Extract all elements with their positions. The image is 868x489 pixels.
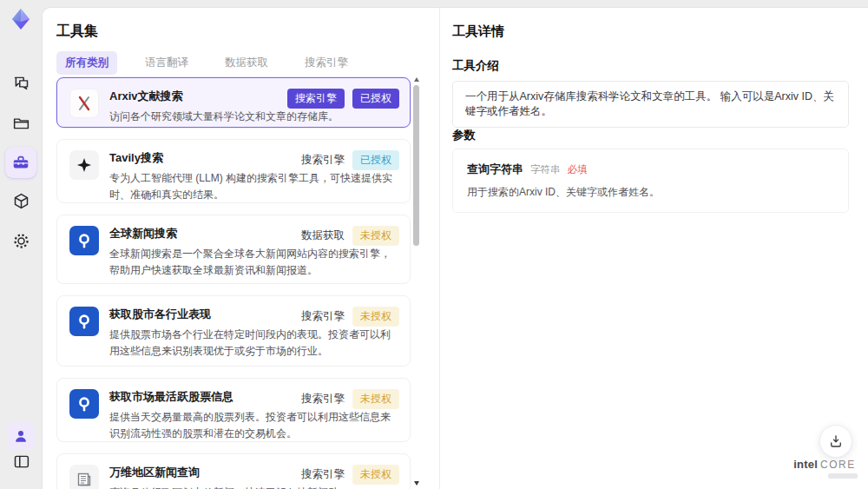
tool-card-regional-news[interactable]: 万维地区新闻查询 查询具体行政区划内的新闻，快速了解各地新闻动 搜索引擎 未授权 bbox=[56, 453, 411, 489]
tool-card-global-news[interactable]: 全球新闻搜索 全球新闻搜索是一个聚合全球各大新闻网站内容的搜索引擎，帮助用户快速… bbox=[56, 215, 411, 284]
tool-desc: 访问各个研究领域大量科学论文和文章的存储库。 bbox=[109, 109, 396, 125]
toolbox-icon bbox=[11, 153, 30, 172]
scrollbar-thumb[interactable] bbox=[413, 85, 419, 246]
column-divider bbox=[439, 8, 440, 489]
gear-icon bbox=[12, 232, 30, 250]
tool-card-arxiv[interactable]: Arxiv文献搜索 访问各个研究领域大量科学论文和文章的存储库。 搜索引擎 已授… bbox=[56, 77, 411, 128]
user-icon bbox=[12, 427, 30, 445]
tool-desc: 提供股票市场各个行业在特定时间段内的表现。投资者可以利用这些信息来识别表现优于或… bbox=[109, 327, 396, 359]
tool-list-scrollbar[interactable] bbox=[412, 77, 421, 486]
sidebar-item-profile[interactable] bbox=[7, 422, 35, 450]
tool-list: Arxiv文献搜索 访问各个研究领域大量科学论文和文章的存储库。 搜索引擎 已授… bbox=[56, 77, 411, 489]
param-desc: 用于搜索的Arxiv ID、关键字或作者姓名。 bbox=[467, 185, 834, 200]
sidebar-item-chat[interactable] bbox=[11, 73, 30, 92]
category-badge: 搜索引擎 bbox=[287, 89, 345, 109]
auth-status-badge: 未授权 bbox=[352, 389, 399, 409]
scroll-down-arrow-icon[interactable] bbox=[414, 481, 419, 486]
auth-status-badge: 未授权 bbox=[352, 465, 399, 485]
tool-card-stock-sectors[interactable]: 获取股市各行业表现 提供股票市场各个行业在特定时间段内的表现。投资者可以利用这些… bbox=[56, 295, 411, 367]
auth-status-badge: 未授权 bbox=[352, 307, 399, 327]
cube-icon bbox=[12, 192, 30, 210]
app-sidebar bbox=[0, 0, 42, 489]
main-panel: 工具集 所有类别 语言翻译 数据获取 搜索引擎 Arxiv文献搜索 访问各个研究… bbox=[42, 7, 868, 489]
params-heading: 参数 bbox=[452, 128, 476, 143]
tab-search-engine[interactable]: 搜索引擎 bbox=[296, 51, 357, 75]
panel-toggle-icon bbox=[12, 453, 30, 471]
auth-status-badge: 已授权 bbox=[352, 150, 399, 170]
tab-data-fetch[interactable]: 数据获取 bbox=[216, 51, 277, 75]
blue-q-logo-icon bbox=[69, 226, 99, 255]
tool-intro-box: 一个用于从Arxiv存储库搜索科学论文和文章的工具。 输入可以是Arxiv ID… bbox=[452, 81, 849, 128]
category-label: 搜索引擎 bbox=[301, 307, 345, 327]
tool-desc: 提供当天交易量最高的股票列表。投资者可以利用这些信息来识别流动性强的股票和潜在的… bbox=[109, 409, 396, 441]
download-icon bbox=[828, 433, 844, 449]
category-tabs: 所有类别 语言翻译 数据获取 搜索引擎 bbox=[56, 51, 357, 75]
intel-core-logo: intel CORE bbox=[792, 458, 858, 479]
brand-intel-text: intel bbox=[793, 458, 818, 471]
folder-icon bbox=[12, 114, 30, 132]
param-name: 查询字符串 bbox=[467, 162, 523, 177]
parameter-box: 查询字符串 字符串 必填 用于搜索的Arxiv ID、关键字或作者姓名。 bbox=[452, 149, 849, 213]
page-title: 工具集 bbox=[56, 23, 98, 41]
arxiv-logo-icon bbox=[69, 89, 99, 118]
blue-q-logo-icon bbox=[69, 307, 99, 336]
sidebar-item-panel-toggle[interactable] bbox=[11, 452, 30, 471]
detail-title: 工具详情 bbox=[452, 23, 504, 40]
category-label: 数据获取 bbox=[301, 226, 345, 246]
newspaper-icon bbox=[69, 465, 99, 489]
tool-detail-panel: 工具详情 工具介绍 一个用于从Arxiv存储库搜索科学论文和文章的工具。 输入可… bbox=[452, 8, 868, 489]
tool-desc: 全球新闻搜索是一个聚合全球各大新闻网站内容的搜索引擎，帮助用户快速获取全球最新资… bbox=[109, 246, 396, 278]
brand-core-text: CORE bbox=[820, 459, 856, 471]
app-logo-icon[interactable] bbox=[9, 7, 33, 31]
auth-status-badge: 未授权 bbox=[352, 226, 399, 246]
tool-desc: 专为人工智能代理 (LLM) 构建的搜索引擎工具，可快速提供实时、准确和真实的结… bbox=[109, 170, 396, 202]
tab-language-translation[interactable]: 语言翻译 bbox=[136, 51, 197, 75]
download-button[interactable] bbox=[819, 425, 852, 458]
tool-desc: 查询具体行政区划内的新闻，快速了解各地新闻动 bbox=[109, 485, 396, 489]
chat-icon bbox=[12, 74, 30, 92]
sidebar-item-tools[interactable] bbox=[5, 147, 36, 178]
scroll-up-arrow-icon[interactable] bbox=[414, 77, 419, 82]
category-label: 搜索引擎 bbox=[301, 465, 345, 485]
sidebar-item-files[interactable] bbox=[11, 113, 30, 132]
auth-status-badge: 已授权 bbox=[352, 89, 399, 109]
param-type: 字符串 bbox=[530, 163, 561, 176]
brand-subtag bbox=[828, 473, 858, 479]
intro-heading: 工具介绍 bbox=[452, 58, 499, 74]
category-label: 搜索引擎 bbox=[301, 150, 345, 170]
category-label: 搜索引擎 bbox=[301, 389, 345, 409]
tab-all-categories[interactable]: 所有类别 bbox=[56, 51, 117, 75]
blue-q-logo-icon bbox=[69, 389, 99, 419]
sidebar-item-settings[interactable] bbox=[11, 231, 30, 250]
param-required-flag: 必填 bbox=[568, 163, 588, 176]
sidebar-item-models[interactable] bbox=[11, 191, 30, 210]
tool-card-tavily[interactable]: Tavily搜索 专为人工智能代理 (LLM) 构建的搜索引擎工具，可快速提供实… bbox=[56, 139, 411, 203]
tool-card-active-stocks[interactable]: 获取市场最活跃股票信息 提供当天交易量最高的股票列表。投资者可以利用这些信息来识… bbox=[56, 378, 411, 442]
sparkle-star-icon bbox=[69, 150, 99, 180]
